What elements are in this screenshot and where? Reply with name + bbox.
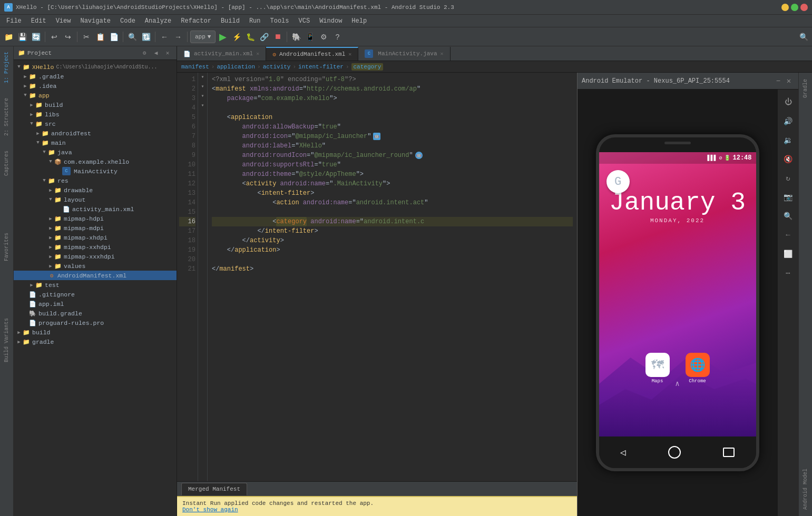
sdk-manager-btn[interactable]: ⚙: [317, 31, 330, 43]
tree-item-src[interactable]: ▼ 📁 src: [14, 119, 177, 128]
tree-item-app[interactable]: ▼ 📁 app: [14, 91, 177, 100]
breadcrumb-intent-filter[interactable]: intent-filter: [298, 64, 344, 70]
toolbar-replace-btn[interactable]: 🔃: [140, 31, 152, 43]
tree-item-layout[interactable]: ▼ 📁 layout: [14, 195, 177, 204]
tree-item-gradle-root[interactable]: ▶ 📁 gradle: [14, 337, 177, 346]
tree-item-java[interactable]: ▼ 📁 java: [14, 147, 177, 157]
tree-item-appiml[interactable]: 📄 app.iml: [14, 299, 177, 309]
menu-vcs[interactable]: VCS: [295, 16, 315, 26]
toolbar-paste-btn[interactable]: 📄: [107, 31, 120, 43]
gradle-sync-btn[interactable]: 🐘: [290, 31, 302, 43]
breadcrumb-application[interactable]: application: [217, 64, 255, 70]
toolbar-redo-btn[interactable]: ↪: [62, 31, 74, 43]
tree-item-test[interactable]: ▶ 📁 test: [14, 280, 177, 290]
toolbar-forward-btn[interactable]: →: [172, 31, 184, 43]
merged-manifest-tab[interactable]: Merged Manifest: [181, 483, 247, 495]
toolbar-sync-btn[interactable]: 🔄: [30, 31, 42, 43]
tree-item-values[interactable]: ▶ 📁 values: [14, 261, 177, 271]
toolbar-search-btn[interactable]: 🔍: [126, 31, 139, 43]
menu-refactor[interactable]: Refactor: [177, 16, 216, 26]
tree-item-mipmap-hdpi[interactable]: ▶ 📁 mipmap-hdpi: [14, 214, 177, 223]
tree-item-androidmanifest[interactable]: ⚙ AndroidManifest.xml: [14, 271, 177, 280]
sidebar-tab-favorites[interactable]: Favorites: [3, 231, 11, 263]
emu-volume-up-btn[interactable]: 🔊: [781, 114, 796, 128]
emu-zoom-in-btn[interactable]: 🔍: [781, 209, 796, 223]
toolbar-cut-btn[interactable]: ✂: [80, 31, 93, 43]
menu-help[interactable]: Help: [347, 16, 371, 26]
toolbar-back-btn[interactable]: ←: [158, 31, 171, 43]
breadcrumb-category[interactable]: category: [351, 63, 384, 71]
tree-item-drawable[interactable]: ▶ 📁 drawable: [14, 185, 177, 195]
debug-button[interactable]: 🐛: [244, 31, 257, 43]
tree-item-mipmap-mdpi[interactable]: ▶ 📁 mipmap-mdpi: [14, 223, 177, 233]
phone-nav-recents[interactable]: [723, 448, 735, 457]
right-tab-gradle[interactable]: Gradle: [800, 75, 810, 102]
toolbar-open-btn[interactable]: 📁: [2, 31, 15, 43]
tree-item-mipmap-xhdpi[interactable]: ▶ 📁 mipmap-xhdpi: [14, 233, 177, 242]
dont-show-again-link[interactable]: Don't show again: [182, 507, 572, 513]
tree-item-main[interactable]: ▼ 📁 main: [14, 138, 177, 147]
menu-tools[interactable]: Tools: [266, 16, 294, 26]
tab-manifest-close[interactable]: ✕: [348, 51, 351, 57]
panel-close-btn[interactable]: ✕: [163, 48, 172, 58]
emu-rotate-btn[interactable]: ↻: [781, 171, 796, 185]
toolbar-save-btn[interactable]: 💾: [16, 31, 28, 43]
menu-view[interactable]: View: [52, 16, 75, 26]
minimize-button[interactable]: [781, 4, 789, 11]
phone-nav-back[interactable]: ◁: [620, 446, 626, 458]
attach-debugger-btn[interactable]: 🔗: [258, 31, 270, 43]
tree-item-idea[interactable]: ▶ 📁 .idea: [14, 81, 177, 91]
tree-item-mainactivity[interactable]: C MainActivity: [14, 166, 177, 176]
tab-mainactivity[interactable]: C MainActivity.java ✕: [358, 47, 450, 61]
menu-file[interactable]: File: [2, 16, 26, 26]
menu-code[interactable]: Code: [116, 16, 140, 26]
tree-item-activity-main-xml[interactable]: 📄 activity_main.xml: [14, 204, 177, 214]
tab-activity-main-close[interactable]: ✕: [256, 51, 259, 57]
tree-item-package[interactable]: ▼ 📦 com.example.xhello: [14, 157, 177, 166]
sidebar-tab-buildvariants[interactable]: Build Variants: [3, 316, 11, 364]
tree-item-gradle-dir[interactable]: ▶ 📁 .gradle: [14, 72, 177, 81]
menu-analyze[interactable]: Analyze: [141, 16, 175, 26]
run-with-coverage-btn[interactable]: ⚡: [230, 31, 243, 43]
panel-collapse-btn[interactable]: ◀: [151, 48, 161, 58]
tree-item-build[interactable]: ▶ 📁 build: [14, 100, 177, 110]
run-button[interactable]: ▶: [217, 31, 229, 43]
tree-item-mipmap-xxxhdpi[interactable]: ▶ 📁 mipmap-xxxhdpi: [14, 252, 177, 261]
menu-run[interactable]: Run: [245, 16, 265, 26]
emulator-close-btn[interactable]: ✕: [784, 76, 794, 86]
tree-item-proguard[interactable]: 📄 proguard-rules.pro: [14, 318, 177, 328]
tree-item-res[interactable]: ▼ 📁 res: [14, 176, 177, 185]
avd-manager-btn[interactable]: 📱: [304, 31, 316, 43]
emu-power-btn[interactable]: ⏻: [781, 95, 796, 110]
search-everywhere-btn[interactable]: 🔍: [797, 31, 810, 43]
tab-activity-main[interactable]: 📄 activity_main.xml ✕: [177, 47, 266, 61]
emulator-minimize-btn[interactable]: −: [773, 76, 784, 86]
tree-item-build-root[interactable]: ▶ 📁 build: [14, 328, 177, 337]
stop-button[interactable]: ■: [271, 31, 284, 43]
tree-item-libs[interactable]: ▶ 📁 libs: [14, 110, 177, 119]
menu-navigate[interactable]: Navigate: [76, 16, 115, 26]
tree-item-mipmap-xxhdpi[interactable]: ▶ 📁 mipmap-xxhdpi: [14, 242, 177, 252]
maximize-button[interactable]: [791, 4, 798, 11]
tree-item-buildgradle[interactable]: 🐘 build.gradle: [14, 309, 177, 318]
tree-item-androidtest[interactable]: ▶ 📁 androidTest: [14, 128, 177, 138]
phone-app-maps[interactable]: 🗺 Maps: [645, 353, 670, 384]
sidebar-tab-project[interactable]: 1: Project: [3, 49, 11, 85]
emu-mute-btn[interactable]: 🔇: [781, 152, 796, 166]
emu-volume-down-btn[interactable]: 🔉: [781, 133, 796, 147]
code-content[interactable]: <?xml version="1.0" encoding="utf-8"?> <…: [208, 73, 577, 481]
tree-item-gitignore[interactable]: 📄 .gitignore: [14, 290, 177, 299]
right-tab-android-model[interactable]: Android Model: [800, 464, 810, 514]
menu-build[interactable]: Build: [217, 16, 244, 26]
close-button[interactable]: [800, 4, 808, 11]
toolbar-copy-btn[interactable]: 📋: [94, 31, 106, 43]
emu-back-btn[interactable]: ←: [781, 227, 796, 242]
run-config-dropdown[interactable]: app ▼: [190, 31, 216, 43]
panel-settings-btn[interactable]: ⚙: [140, 48, 149, 58]
emu-camera-btn[interactable]: 📷: [781, 190, 796, 204]
phone-app-chrome[interactable]: 🌐 Chrome: [686, 353, 710, 384]
sidebar-tab-captures[interactable]: Captures: [3, 148, 11, 178]
emu-more-btn[interactable]: ⋯: [781, 265, 796, 280]
menu-window[interactable]: Window: [315, 16, 346, 26]
toolbar-undo-btn[interactable]: ↩: [48, 31, 61, 43]
